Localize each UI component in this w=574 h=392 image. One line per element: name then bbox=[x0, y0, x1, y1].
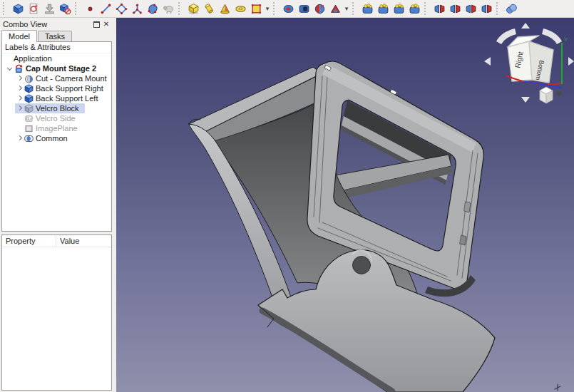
create-primitives-button[interactable] bbox=[248, 1, 264, 16]
toolbar-grip[interactable] bbox=[352, 2, 357, 15]
expand-arrow[interactable] bbox=[16, 76, 21, 81]
freecad-window: ▾▾ Combo View ✕ Model Tasks Labels & Att… bbox=[0, 0, 574, 392]
toolbar-grip[interactable] bbox=[75, 2, 79, 15]
toolbar-grip[interactable] bbox=[424, 2, 429, 15]
tree-item-back-support-right[interactable]: Back Support Right bbox=[2, 83, 111, 93]
tree-item-imageplane[interactable]: ImagePlane bbox=[2, 123, 111, 133]
panel-tabs: Model Tasks bbox=[1, 31, 73, 42]
boolean-intersection-icon bbox=[329, 3, 342, 15]
defeaturing-icon bbox=[506, 3, 518, 15]
arrow-left[interactable] bbox=[484, 57, 491, 66]
image-hidden-icon bbox=[24, 124, 34, 133]
tree-item-label: Common bbox=[36, 134, 68, 143]
expand-arrow[interactable] bbox=[16, 96, 21, 100]
expand-arrow[interactable] bbox=[16, 105, 21, 110]
tab-tasks[interactable]: Tasks bbox=[38, 31, 72, 42]
boolean-xor-icon bbox=[465, 3, 477, 15]
line-tool-icon bbox=[100, 3, 112, 15]
tree-item-back-support-left[interactable]: Back Support Left bbox=[2, 93, 111, 103]
toolbar-grip[interactable] bbox=[178, 2, 183, 15]
toolbar-grip[interactable] bbox=[496, 2, 501, 15]
join-embed-icon bbox=[377, 3, 389, 15]
navigation-cube-cluster[interactable]: Right Bottom Y bbox=[474, 18, 574, 114]
y-axis-label: Y bbox=[564, 36, 568, 43]
tree-item-label: ImagePlane bbox=[36, 124, 78, 133]
cone-primitive-icon bbox=[219, 3, 231, 15]
origin-axis-mark bbox=[555, 384, 560, 391]
split-group-button[interactable] bbox=[478, 1, 494, 16]
rotate-right-arrow[interactable] bbox=[542, 29, 562, 44]
cylinder-primitive-button[interactable] bbox=[201, 1, 217, 16]
tree-item-label: Velcro Side bbox=[36, 114, 76, 123]
export-icon bbox=[59, 3, 71, 15]
polygon-tool-icon bbox=[116, 3, 128, 15]
boolean-operation-button[interactable] bbox=[280, 1, 296, 16]
part-workbench-button[interactable] bbox=[10, 1, 26, 16]
slice-tool-button[interactable] bbox=[447, 1, 463, 16]
toolbar-grip[interactable] bbox=[273, 2, 277, 15]
boolean-xor-button[interactable] bbox=[463, 1, 478, 16]
tree-item-label: Velcro Block bbox=[36, 104, 79, 113]
doc-icon bbox=[14, 64, 24, 73]
tree-item-velcro-block[interactable]: Velcro Block bbox=[2, 103, 111, 113]
polygon-tool-button[interactable] bbox=[113, 1, 129, 16]
value-column-header: Value bbox=[56, 235, 79, 247]
property-header: Property Value bbox=[2, 235, 111, 247]
tree-item-label: Back Support Right bbox=[36, 84, 103, 93]
import-icon bbox=[43, 3, 56, 15]
arrow-up[interactable] bbox=[521, 23, 530, 29]
split-tools-icon bbox=[409, 3, 421, 15]
split-tools-button[interactable] bbox=[406, 1, 422, 16]
line-tool-button[interactable] bbox=[98, 1, 113, 16]
slice-apart-button[interactable] bbox=[431, 1, 447, 16]
sketch-hidden-icon bbox=[24, 114, 34, 123]
tree-item-common[interactable]: Common bbox=[2, 133, 111, 143]
view-menu-dropdown[interactable] bbox=[555, 92, 563, 96]
property-editor: Property Value bbox=[1, 234, 112, 391]
close-panel-button[interactable]: ✕ bbox=[101, 20, 111, 29]
boolean-cut-icon bbox=[298, 3, 310, 15]
export-button[interactable] bbox=[57, 1, 73, 16]
join-cutout-button[interactable] bbox=[391, 1, 406, 16]
expand-arrow[interactable] bbox=[16, 86, 21, 91]
torus-primitive-icon bbox=[235, 3, 247, 15]
tree-item-cut-camera-mount[interactable]: Cut - Camera Mount bbox=[2, 73, 111, 83]
point-tool-button[interactable] bbox=[82, 1, 98, 16]
solid-icon bbox=[24, 94, 34, 103]
surface-tool-button[interactable] bbox=[145, 1, 160, 16]
slice-apart-icon bbox=[434, 3, 446, 15]
defeaturing-button[interactable] bbox=[503, 1, 519, 16]
document-view-button[interactable] bbox=[26, 1, 41, 16]
mini-cube-icon[interactable] bbox=[540, 87, 553, 103]
document-view-icon bbox=[28, 3, 40, 15]
tree-item-velcro-side[interactable]: Velcro Side bbox=[2, 113, 111, 123]
join-cutout-icon bbox=[393, 3, 405, 15]
expand-arrow[interactable] bbox=[6, 65, 11, 70]
import-button[interactable] bbox=[41, 1, 57, 16]
boolean-cut-button[interactable] bbox=[296, 1, 312, 16]
expand-arrow[interactable] bbox=[16, 135, 21, 140]
shape-from-mesh-icon bbox=[163, 3, 175, 15]
arrow-right[interactable] bbox=[568, 57, 574, 66]
split-group-icon bbox=[481, 3, 493, 15]
arrow-down[interactable] bbox=[521, 97, 530, 103]
boolean-dropdown[interactable]: ▾ bbox=[343, 1, 350, 16]
primitives-dropdown[interactable]: ▾ bbox=[264, 1, 271, 16]
surface-tool-icon bbox=[147, 3, 159, 15]
shape-from-mesh-button[interactable] bbox=[160, 1, 176, 16]
cone-primitive-button[interactable] bbox=[217, 1, 232, 16]
box-primitive-button[interactable] bbox=[185, 1, 201, 16]
join-embed-button[interactable] bbox=[375, 1, 391, 16]
boolean-union-button[interactable] bbox=[312, 1, 327, 16]
tab-model[interactable]: Model bbox=[1, 30, 37, 42]
axes-tool-button[interactable] bbox=[129, 1, 145, 16]
toolbar-grip[interactable] bbox=[3, 2, 7, 15]
tree-root-application[interactable]: Application bbox=[2, 53, 111, 63]
torus-primitive-button[interactable] bbox=[232, 1, 248, 16]
tree-item-document[interactable]: Cap Mount Stage 2 bbox=[2, 63, 111, 73]
part-workbench-icon bbox=[12, 3, 24, 15]
viewport-3d[interactable]: Right Bottom Y bbox=[116, 18, 574, 392]
boolean-intersection-button[interactable] bbox=[327, 1, 343, 16]
join-connect-button[interactable] bbox=[359, 1, 375, 16]
float-panel-button[interactable] bbox=[91, 20, 101, 29]
